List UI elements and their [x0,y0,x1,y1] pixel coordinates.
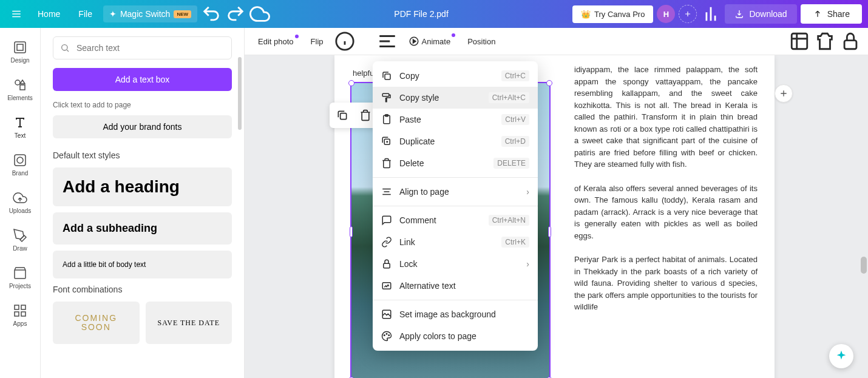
style-subheading[interactable]: Add a subheading [53,212,232,245]
svg-rect-13 [792,33,807,49]
resize-handle-ne[interactable] [546,80,552,86]
new-badge: NEW [174,10,191,18]
resize-handle-e[interactable] [548,226,551,237]
rail-design[interactable]: Design [2,34,38,69]
svg-point-29 [388,335,390,336]
svg-rect-8 [15,312,19,316]
cm-comment[interactable]: Comment Ctrl+Alt+N [373,209,538,231]
cm-copy-style[interactable]: Copy style Ctrl+Alt+C [373,87,538,109]
position-button[interactable]: Position [461,33,501,50]
svg-rect-24 [384,263,390,268]
rail-elements[interactable]: Elements [2,72,38,107]
svg-rect-14 [844,41,856,49]
duplicate-icon [381,136,392,147]
canva-assistant-button[interactable] [829,344,853,368]
cm-alt-text[interactable]: Alternative text [373,275,538,297]
svg-rect-4 [15,155,25,166]
cm-link[interactable]: Link Ctrl+K [373,231,538,253]
redo-button[interactable] [225,4,246,24]
rail-draw[interactable]: Draw [2,222,38,257]
rail-apps[interactable]: Apps [2,297,38,332]
trash-icon [381,158,392,169]
vertical-scrollbar-thumb[interactable] [861,257,867,274]
svg-rect-20 [382,93,389,96]
cm-divider-1 [373,177,538,178]
svg-rect-1 [17,44,23,50]
add-text-box-button[interactable]: Add a text box [53,68,232,91]
lock-button[interactable] [840,31,861,52]
cm-divider-3 [373,300,538,300]
selection-toolbar: Edit photo Flip Animate Position [245,28,868,55]
rail-projects[interactable]: Projects [2,260,38,295]
cloud-sync-icon[interactable] [249,4,270,24]
svg-rect-0 [15,42,25,53]
lock-icon [381,258,392,269]
add-collaborator-button[interactable] [679,5,697,23]
panel-scrollbar[interactable] [238,57,242,372]
svg-point-5 [17,157,23,163]
hint-text: Click text to add to page [53,101,232,109]
cm-delete[interactable]: Delete DELETE [373,152,538,174]
cm-apply-colors[interactable]: Apply colors to page [373,325,538,347]
rail-uploads[interactable]: Uploads [2,184,38,220]
download-button[interactable]: Download [725,4,796,24]
search-text [53,36,232,59]
text-panel: Add a text box Click text to add to page… [41,28,245,378]
duplicate-icon-button[interactable] [332,105,353,126]
search-icon [60,43,70,53]
svg-point-10 [62,45,67,50]
cm-set-image-background[interactable]: Set image as background [373,303,538,325]
file-menu[interactable]: File [71,4,100,24]
share-button[interactable]: Share [801,4,862,24]
document-title[interactable]: PDF File 2.pdf [394,9,448,19]
style-heading[interactable]: Add a heading [53,167,232,206]
animate-button[interactable]: Animate [402,32,457,50]
align-button[interactable] [377,31,398,52]
palette-icon [381,331,392,342]
top-bar: Home File ✦ Magic Switch NEW PDF File 2.… [0,0,868,28]
undo-button[interactable] [201,4,222,24]
default-styles-title: Default text styles [53,150,232,160]
chevron-right-icon: › [526,259,529,269]
info-button[interactable] [334,31,355,52]
magic-switch-button[interactable]: ✦ Magic Switch NEW [103,5,197,22]
cm-align-to-page[interactable]: Align to page › [373,181,538,203]
search-input[interactable] [53,36,232,59]
avatar[interactable]: H [657,5,675,23]
font-combo-2[interactable]: SAVE THE DATE [146,302,232,344]
copy-style-button[interactable] [815,31,835,52]
magic-switch-label: Magic Switch [120,9,170,19]
style-body[interactable]: Add a little bit of body text [53,251,232,278]
font-combinations-title: Font combinations [53,285,232,294]
svg-rect-25 [382,283,391,289]
page-add-button[interactable] [775,84,793,103]
rail-text[interactable]: Text [2,109,38,144]
font-combo-1[interactable]: COMING SOON [53,302,140,344]
page-text-right-column[interactable]: idiyappam, the lace rimmed palappam, the… [574,64,758,325]
svg-rect-15 [341,113,347,120]
paste-icon [381,114,392,125]
insights-button[interactable] [700,4,721,24]
menu-icon[interactable] [6,4,27,24]
resize-handle-nw[interactable] [348,80,354,86]
rail-brand[interactable]: Brand [2,147,38,182]
align-icon [381,186,392,197]
svg-rect-19 [385,74,390,79]
alt-text-icon [381,280,392,291]
paint-roller-icon [381,92,392,103]
brand-fonts-button[interactable]: Add your brand fonts [53,115,232,138]
resize-handle-w[interactable] [350,226,353,237]
svg-rect-7 [21,305,25,309]
cm-lock[interactable]: Lock › [373,253,538,275]
cm-paste[interactable]: Paste Ctrl+V [373,109,538,130]
cm-duplicate[interactable]: Duplicate Ctrl+D [373,130,538,152]
context-menu: Copy Ctrl+C Copy style Ctrl+Alt+C Paste … [373,61,538,351]
home-link[interactable]: Home [30,4,67,24]
flip-button[interactable]: Flip [305,33,330,50]
try-pro-button[interactable]: 👑 Try Canva Pro [572,5,653,23]
transparency-button[interactable] [789,31,810,52]
chevron-right-icon: › [526,187,529,197]
cm-copy[interactable]: Copy Ctrl+C [373,65,538,87]
edit-photo-button[interactable]: Edit photo [252,33,300,50]
crown-icon: 👑 [581,10,591,19]
